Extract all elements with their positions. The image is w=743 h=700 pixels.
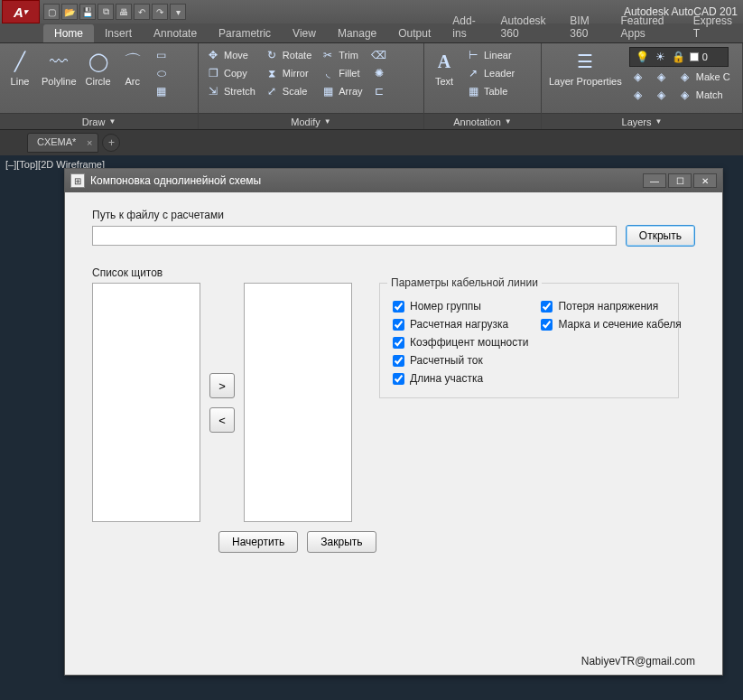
- tab-home[interactable]: Home: [43, 24, 94, 42]
- tool-label: Circle: [86, 76, 111, 87]
- check-calc-load[interactable]: Расчетная нагрузка: [393, 318, 528, 331]
- erase-icon: ⌫: [372, 48, 386, 62]
- checkbox[interactable]: [393, 337, 404, 349]
- chevron-down-icon[interactable]: ▼: [324, 117, 331, 126]
- tab-autodesk360[interactable]: Autodesk 360: [490, 12, 560, 42]
- checkbox[interactable]: [541, 301, 553, 313]
- tool-circle[interactable]: ◯Circle: [84, 47, 113, 89]
- tool-polyline[interactable]: 〰Polyline: [40, 47, 79, 89]
- checkbox[interactable]: [393, 355, 404, 367]
- dialog-title-text: Компоновка однолинейной схемы: [90, 174, 261, 187]
- check-cable-brand[interactable]: Марка и сечение кабеля: [541, 318, 681, 331]
- tool-linear[interactable]: ⊢Linear: [464, 47, 516, 63]
- check-voltage-drop[interactable]: Потеря напряжения: [541, 300, 681, 313]
- tool-mirror[interactable]: ⧗Mirror: [263, 65, 313, 81]
- tool-rotate[interactable]: ↻Rotate: [263, 47, 313, 63]
- checkbox[interactable]: [393, 301, 404, 313]
- check-group-number[interactable]: Номер группы: [393, 300, 528, 313]
- chevron-down-icon[interactable]: ▼: [505, 117, 512, 126]
- tool-arc[interactable]: ⌒Arc: [118, 47, 147, 89]
- tool-move[interactable]: ✥Move: [204, 47, 257, 63]
- checkbox[interactable]: [393, 373, 404, 385]
- offset-icon: ⊏: [372, 84, 386, 98]
- tab-bim360[interactable]: BIM 360: [559, 12, 609, 42]
- maximize-button[interactable]: ☐: [668, 173, 692, 188]
- tool-label: Table: [484, 86, 507, 97]
- tool-hatch[interactable]: ▦: [153, 83, 171, 99]
- doc-tab-label: CXEMA*: [37, 136, 76, 147]
- tool-trim[interactable]: ✂Trim: [319, 47, 364, 63]
- qat-open-icon[interactable]: 📂: [61, 4, 78, 20]
- move-right-button[interactable]: >: [209, 373, 235, 398]
- check-label: Расчетная нагрузка: [410, 318, 508, 331]
- tab-annotate[interactable]: Annotate: [143, 24, 208, 42]
- close-dialog-button[interactable]: Закрыть: [307, 531, 376, 553]
- tool-copy[interactable]: ❐Copy: [204, 65, 257, 81]
- check-label: Длина участка: [410, 372, 483, 385]
- tool-leader[interactable]: ↗Leader: [464, 65, 516, 81]
- tool-fillet[interactable]: ◟Fillet: [319, 65, 364, 81]
- tool-layer-properties[interactable]: ☰Layer Properties: [547, 47, 624, 89]
- qat-redo-icon[interactable]: ↷: [152, 4, 168, 20]
- check-label: Номер группы: [410, 300, 481, 313]
- tool-label: Text: [435, 76, 453, 87]
- tab-manage[interactable]: Manage: [327, 24, 387, 42]
- tool-scale[interactable]: ⤢Scale: [263, 83, 313, 99]
- tool-extra2[interactable]: ✺: [370, 65, 388, 81]
- listbox-available[interactable]: [92, 283, 200, 522]
- checkbox[interactable]: [541, 319, 553, 331]
- layer-state-selector[interactable]: 💡☀🔒0: [629, 47, 729, 67]
- tool-stretch[interactable]: ⇲Stretch: [204, 83, 257, 99]
- move-left-button[interactable]: <: [209, 407, 235, 433]
- tool-label: Move: [224, 50, 248, 61]
- tab-addins[interactable]: Add-ins: [441, 12, 489, 42]
- tool-match-layer[interactable]: ◈Match: [676, 87, 732, 103]
- panel-annotation: AText ⊢Linear ↗Leader ▦Table Annotation▼: [424, 43, 542, 129]
- tab-featured[interactable]: Featured Apps: [610, 12, 683, 42]
- model-space[interactable]: [–][Top][2D Wireframe] ⊞ Компоновка одно…: [0, 155, 743, 700]
- check-section-length[interactable]: Длина участка: [393, 372, 528, 385]
- layer-icon: ◈: [678, 70, 692, 84]
- check-power-factor[interactable]: Коэффицент мощности: [393, 336, 528, 349]
- layer-btn-1[interactable]: ◈: [629, 69, 647, 85]
- document-tab[interactable]: CXEMA* ×: [27, 133, 98, 153]
- add-document-button[interactable]: +: [102, 134, 120, 152]
- tool-rectangle[interactable]: ▭: [153, 47, 171, 63]
- chevron-down-icon[interactable]: ▼: [108, 117, 116, 126]
- tab-output[interactable]: Output: [387, 24, 441, 42]
- close-button[interactable]: ✕: [693, 173, 717, 188]
- draw-button[interactable]: Начертить: [218, 531, 298, 553]
- listbox-selected[interactable]: [244, 283, 352, 522]
- tab-view[interactable]: View: [282, 24, 327, 42]
- tool-table[interactable]: ▦Table: [464, 83, 516, 99]
- tool-line[interactable]: ╱Line: [5, 47, 34, 89]
- qat-undo-icon[interactable]: ↶: [134, 4, 150, 20]
- qat-new-icon[interactable]: ▢: [43, 4, 60, 20]
- chevron-down-icon[interactable]: ▼: [655, 117, 663, 126]
- tab-insert[interactable]: Insert: [94, 24, 143, 42]
- tool-array[interactable]: ▦Array: [319, 83, 364, 99]
- checkbox[interactable]: [393, 319, 404, 331]
- check-calc-current[interactable]: Расчетный ток: [393, 354, 528, 367]
- qat-dropdown-icon[interactable]: ▾: [170, 4, 186, 20]
- tool-label: Leader: [484, 68, 515, 79]
- tab-parametric[interactable]: Parametric: [208, 24, 282, 42]
- layer-btn-4[interactable]: ◈: [653, 87, 671, 103]
- close-icon[interactable]: ×: [87, 137, 92, 148]
- tool-text[interactable]: AText: [430, 47, 459, 89]
- qat-save-icon[interactable]: 💾: [79, 4, 96, 20]
- tool-make-current[interactable]: ◈Make C: [676, 69, 732, 85]
- minimize-button[interactable]: —: [643, 173, 666, 188]
- tab-express[interactable]: Express T: [683, 12, 743, 42]
- tool-ellipse[interactable]: ⬭: [153, 65, 171, 81]
- open-button[interactable]: Открыть: [626, 225, 695, 247]
- tool-extra1[interactable]: ⌫: [370, 47, 388, 63]
- qat-print-icon[interactable]: 🖶: [116, 4, 132, 20]
- layer-btn-2[interactable]: ◈: [629, 87, 647, 103]
- qat-saveall-icon[interactable]: ⧉: [98, 4, 114, 20]
- app-logo[interactable]: A▾: [2, 0, 40, 23]
- dialog-titlebar[interactable]: ⊞ Компоновка однолинейной схемы — ☐ ✕: [65, 169, 722, 192]
- tool-extra3[interactable]: ⊏: [370, 83, 388, 99]
- layer-btn-3[interactable]: ◈: [653, 69, 671, 85]
- path-input[interactable]: [92, 226, 617, 246]
